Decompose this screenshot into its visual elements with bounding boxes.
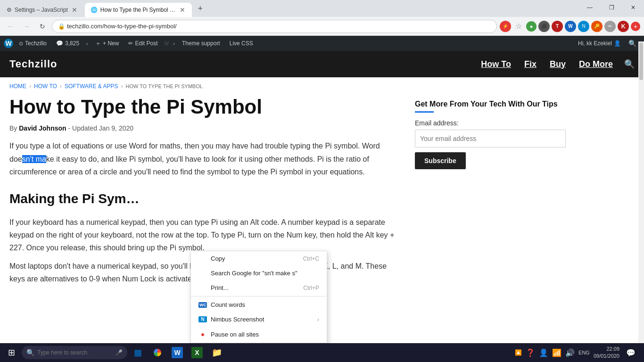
edit-post-bar[interactable]: ✏ Edit Post xyxy=(124,38,161,49)
nav-buy[interactable]: Buy xyxy=(550,59,566,69)
bar-dot1: ● xyxy=(85,41,90,46)
taskbar-word[interactable]: W xyxy=(168,343,187,362)
article-tab-close[interactable]: ✕ xyxy=(179,6,186,14)
notification-button[interactable]: 💬 xyxy=(623,345,638,360)
settings-tab-label: Settings – JavaScript xyxy=(15,7,68,13)
ctx-count-words[interactable]: WC Count words xyxy=(191,297,327,312)
sidebar-underline xyxy=(415,111,434,113)
new-icon: ＋ xyxy=(95,40,101,48)
maximize-button[interactable]: ❐ xyxy=(601,0,622,15)
theme-support-label: Theme support xyxy=(182,40,220,47)
close-button[interactable]: ✕ xyxy=(622,0,644,15)
article-author: David Johnson xyxy=(19,124,66,132)
ctx-print-shortcut: Ctrl+P xyxy=(303,285,319,291)
question-icon[interactable]: ❓ xyxy=(526,348,535,357)
back-button[interactable]: ← xyxy=(4,20,17,33)
site-logo[interactable]: Techzillo xyxy=(9,58,58,70)
chrome-icon xyxy=(154,349,161,356)
site-search-icon[interactable]: 🔍 xyxy=(624,59,635,69)
tab-article[interactable]: 🌐 How to Type the Pi Symbol - Tec ✕ xyxy=(85,3,192,17)
tab-settings[interactable]: ⚙ Settings – JavaScript ✕ xyxy=(1,3,84,17)
hi-label: Hi, kk Ezekiel xyxy=(578,40,612,47)
notification-icon: 💬 xyxy=(626,348,636,357)
bar-dot2: W xyxy=(164,41,170,46)
wp-site-icon: ⊙ xyxy=(19,41,23,47)
start-button[interactable]: ⊞ xyxy=(2,343,21,362)
address-bar: ← → ↻ 🔒 techzillo.com/how-to-type-the-pi… xyxy=(0,17,644,36)
ctx-nimbus[interactable]: N Nimbus Screenshot xyxy=(191,312,327,327)
nav-fix[interactable]: Fix xyxy=(524,59,537,69)
forward-button[interactable]: → xyxy=(20,20,33,33)
ext-icon-green[interactable]: ● xyxy=(526,21,537,32)
breadcrumb-home[interactable]: HOME xyxy=(9,83,26,90)
article-meta: By David Johnson - Updated Jan 9, 2020 xyxy=(9,124,396,132)
breadcrumb-sep3: › xyxy=(121,83,123,90)
person-icon[interactable]: 👤 xyxy=(539,348,548,357)
ext-icon-orange[interactable]: 🔑 xyxy=(591,21,603,32)
count-words-icon: WC xyxy=(198,302,207,308)
live-css-label: Live CSS xyxy=(230,40,253,47)
sidebar-widget-title: Get More From Your Tech With Our Tips xyxy=(415,100,566,108)
nav-how-to[interactable]: How To xyxy=(481,59,511,69)
subscribe-button[interactable]: Subscribe xyxy=(415,152,466,169)
nav-do-more[interactable]: Do More xyxy=(579,59,613,69)
clock-time: 22:09 xyxy=(594,346,619,353)
settings-tab-close[interactable]: ✕ xyxy=(71,6,78,14)
title-bar: ⚙ Settings – JavaScript ✕ 🌐 How to Type … xyxy=(0,0,644,17)
breadcrumb-how-to[interactable]: HOW TO xyxy=(34,83,57,90)
ctx-print[interactable]: Print... Ctrl+P xyxy=(191,280,327,295)
theme-support-bar[interactable]: Theme support xyxy=(178,38,224,49)
taskbar-time[interactable]: 22:09 09/01/2020 xyxy=(594,346,619,360)
scrollbar-thumb[interactable] xyxy=(639,42,643,80)
user-avatar[interactable]: K xyxy=(618,21,629,32)
taskbar-explorer[interactable]: 📁 xyxy=(207,343,226,362)
email-input[interactable] xyxy=(415,130,566,148)
ctx-sep-1 xyxy=(191,296,327,296)
new-bar[interactable]: ＋ + New xyxy=(91,38,123,49)
hi-user-bar[interactable]: Hi, kk Ezekiel 👤 xyxy=(574,38,625,49)
taskbar-search-input[interactable] xyxy=(37,349,113,356)
lock-icon: 🔒 xyxy=(58,23,65,30)
new-tab-button[interactable]: + xyxy=(194,2,207,15)
article-para-1: If you type a lot of equations or use Wo… xyxy=(9,140,396,178)
network-icon[interactable]: 📶 xyxy=(552,348,561,357)
breadcrumb-sep2: › xyxy=(60,83,62,90)
article-title: How to Type the Pi Symbol xyxy=(9,95,396,119)
ext-icon-redcircle[interactable]: + xyxy=(631,22,640,31)
chevron-up-icon[interactable]: 🔼 xyxy=(515,349,522,356)
site-name-bar[interactable]: ⊙ Techzillo xyxy=(15,38,50,49)
main-area: How to Type the Pi Symbol By David Johns… xyxy=(0,95,644,302)
ctx-copy[interactable]: Copy Ctrl+C xyxy=(191,251,327,266)
live-css-bar[interactable]: Live CSS xyxy=(226,38,257,49)
breadcrumb-software[interactable]: SOFTWARE & APPS xyxy=(65,83,118,90)
start-icon: ⊞ xyxy=(8,347,15,358)
comments-count: 3,825 xyxy=(65,40,79,47)
bookmark-icon[interactable]: ☆ xyxy=(513,21,524,32)
taskbar-chrome[interactable] xyxy=(148,343,167,362)
clock-date: 09/01/2020 xyxy=(594,353,619,360)
address-input[interactable]: 🔒 techzillo.com/how-to-type-the-pi-symbo… xyxy=(52,20,497,33)
explorer-icon: 📁 xyxy=(212,347,222,358)
ext-icon-gray[interactable]: ⬛ xyxy=(538,21,550,32)
sound-icon[interactable]: 🔊 xyxy=(565,348,575,357)
ext-icon-red2[interactable]: T xyxy=(552,21,563,32)
ext-icon-blue2[interactable]: N xyxy=(578,21,589,32)
taskbar-excel[interactable]: X xyxy=(188,343,206,362)
ext-icon-blue[interactable]: W xyxy=(565,21,576,32)
ext-icon-gray2[interactable]: ✏ xyxy=(604,21,616,32)
ext-icon-1[interactable]: ⚡ xyxy=(500,21,511,32)
section-title: Making the Pi Sym… xyxy=(9,188,396,210)
ctx-pause[interactable]: ● Pause on all sites xyxy=(191,327,327,342)
taskbar-task-view[interactable]: ▦ xyxy=(128,343,147,362)
scrollbar[interactable] xyxy=(638,41,644,343)
comments-bar[interactable]: 💬 3,825 xyxy=(52,38,83,49)
word-icon: W xyxy=(172,347,183,358)
minimize-button[interactable]: — xyxy=(579,0,601,15)
wp-logo[interactable]: W xyxy=(4,39,13,48)
edit-icon: ✏ xyxy=(128,40,133,47)
taskbar-search[interactable]: 🔍 🎤 xyxy=(22,346,127,359)
article-para-2: If your keyboard has a numerical keypad,… xyxy=(9,216,396,255)
refresh-button[interactable]: ↻ xyxy=(36,20,49,33)
article-tab-icon: 🌐 xyxy=(91,7,98,13)
ctx-search-google[interactable]: Search Google for "sn't make s" xyxy=(191,266,327,280)
